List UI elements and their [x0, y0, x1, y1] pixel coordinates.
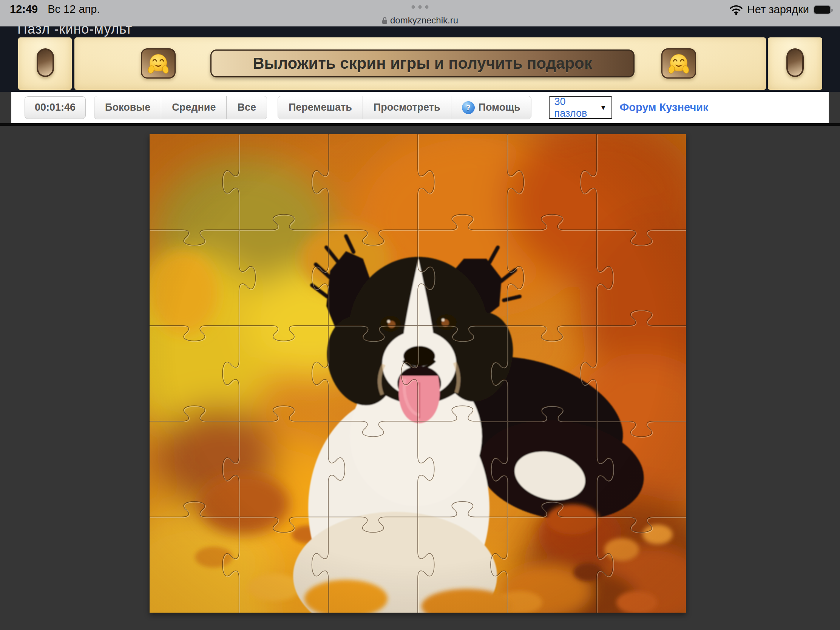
timer-display: 00:01:46 — [25, 96, 86, 119]
shuffle-button[interactable]: Перемешать — [278, 96, 363, 119]
puzzle-toolbar: 00:01:46 Боковые Средние Все Перемешать … — [11, 92, 829, 123]
capsule-decoration-icon — [36, 48, 54, 77]
question-mark-icon: ? — [462, 101, 475, 114]
piece-filter-group: Боковые Средние Все — [94, 96, 267, 119]
wifi-icon — [730, 5, 742, 15]
status-date: Вс 12 апр. — [47, 3, 100, 16]
filter-middles-button[interactable]: Средние — [161, 96, 227, 119]
hugging-face-emoji-icon — [147, 52, 170, 75]
help-button-label: Помощь — [478, 102, 521, 113]
action-group: Перемешать Просмотреть ? Помощь — [278, 96, 531, 119]
hugging-face-emoji-button[interactable] — [141, 48, 175, 79]
app-window: Пазл -кино-мульт — [0, 0, 840, 630]
banner-right-tile — [768, 37, 822, 90]
battery-status-text: Нет зарядки — [747, 3, 809, 16]
address-bar[interactable]: domkyznechik.ru — [382, 15, 458, 26]
banner: Выложить скрин игры и получить подарок — [74, 37, 766, 90]
filter-all-button[interactable]: Все — [227, 96, 267, 119]
preview-button[interactable]: Просмотреть — [363, 96, 452, 119]
pieces-count-value: 30 пазлов — [554, 96, 600, 119]
puzzle-board[interactable] — [150, 134, 686, 613]
hugging-face-emoji-icon — [667, 52, 690, 75]
help-button[interactable]: ? Помощь — [452, 96, 531, 119]
puzzle-image-dog-autumn — [150, 134, 686, 613]
share-screenshot-banner-button[interactable]: Выложить скрин игры и получить подарок — [210, 49, 635, 77]
lock-icon — [382, 17, 387, 24]
battery-icon — [813, 5, 831, 14]
hugging-face-emoji-button[interactable] — [662, 48, 696, 79]
clock: 12:49 — [10, 3, 38, 16]
ios-status-bar: 12:49 Вс 12 апр. domkyznechik.ru Нет зар… — [0, 0, 840, 27]
chevron-down-icon: ▼ — [600, 104, 607, 112]
address-domain: domkyznechik.ru — [390, 15, 458, 26]
forum-link[interactable]: Форум Кузнечик — [620, 101, 709, 114]
tab-overview-dots-icon[interactable] — [412, 5, 429, 9]
capsule-decoration-icon — [786, 48, 804, 77]
banner-left-tile — [18, 37, 72, 90]
pieces-count-select[interactable]: 30 пазлов ▼ — [549, 96, 612, 119]
filter-edges-button[interactable]: Боковые — [95, 96, 161, 119]
